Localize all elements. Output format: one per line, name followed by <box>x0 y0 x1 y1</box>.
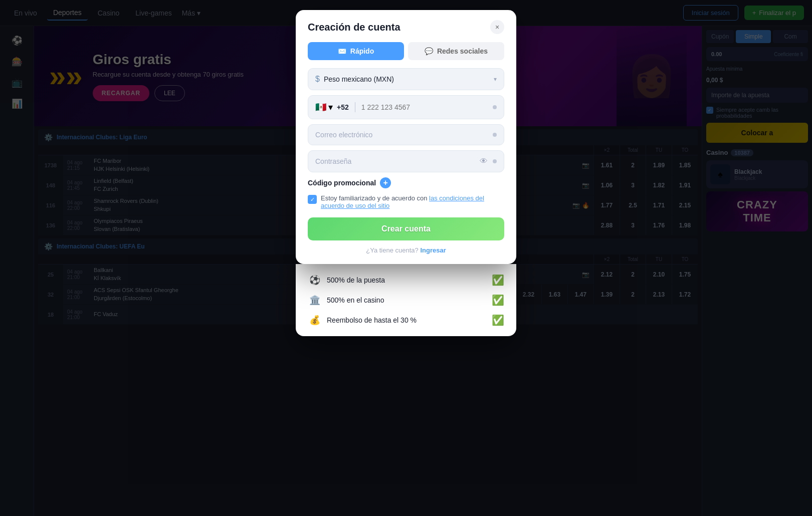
bonus-text-2: 500% en el casino <box>327 296 487 304</box>
modal-tabs: ✉️ Rápido 💬 Redes sociales <box>308 42 504 60</box>
terms-row: ✓ Estoy familiarizado y de acuerdo con l… <box>308 194 504 209</box>
currency-select[interactable]: $ Peso mexicano (MXN) ▾ <box>308 68 504 90</box>
create-account-button[interactable]: Crear cuenta <box>308 217 504 240</box>
password-input[interactable] <box>315 157 475 165</box>
casino-bonus-icon: 🏛️ <box>308 295 322 306</box>
chevron-down-icon: ▾ <box>494 76 497 83</box>
account-creation-modal: Creación de cuenta × ✉️ Rápido 💬 Redes s… <box>296 10 516 264</box>
social-icon: 💬 <box>425 47 433 55</box>
phone-input[interactable] <box>361 103 489 111</box>
promo-add-button[interactable]: + <box>380 177 391 188</box>
tab-rapido[interactable]: ✉️ Rápido <box>308 42 404 60</box>
bonus-item-3: 💰 Reembolso de hasta el 30 % ✅ <box>308 310 504 330</box>
modal-header: Creación de cuenta × <box>296 10 516 42</box>
phone-dot <box>493 105 497 109</box>
modal-close-button[interactable]: × <box>490 20 504 34</box>
football-icon: ⚽ <box>308 275 322 286</box>
phone-code: +52 <box>337 103 349 111</box>
bonus-panel: ⚽ 500% de la puesta ✅ 🏛️ 500% en el casi… <box>296 264 516 336</box>
check-icon-2: ✅ <box>492 294 504 306</box>
bonus-text-1: 500% de la puesta <box>327 276 487 284</box>
email-dot <box>493 133 497 137</box>
bonus-item-1: ⚽ 500% de la puesta ✅ <box>308 270 504 290</box>
dollar-icon: $ <box>315 75 320 84</box>
tab-redes[interactable]: 💬 Redes sociales <box>408 42 504 60</box>
promo-row: Código promocional + <box>308 177 504 188</box>
login-row: ¿Ya tiene cuenta? Ingresar <box>308 246 504 254</box>
email-icon: ✉️ <box>338 47 346 55</box>
password-field-container[interactable]: 👁 <box>308 150 504 172</box>
check-icon-3: ✅ <box>492 314 504 326</box>
chevron-down-icon: ▾ <box>328 102 333 113</box>
modal-overlay[interactable]: Creación de cuenta × ✉️ Rápido 💬 Redes s… <box>0 0 812 516</box>
bonus-item-2: 🏛️ 500% en el casino ✅ <box>308 290 504 310</box>
cashback-icon: 💰 <box>308 315 322 326</box>
terms-checkbox[interactable]: ✓ <box>308 195 317 204</box>
phone-flag[interactable]: 🇲🇽 ▾ <box>315 102 333 113</box>
login-link[interactable]: Ingresar <box>420 246 446 254</box>
check-icon-1: ✅ <box>492 274 504 286</box>
modal-body: ✉️ Rápido 💬 Redes sociales $ Peso mexica… <box>296 42 516 264</box>
eye-icon[interactable]: 👁 <box>480 157 488 166</box>
modal-title: Creación de cuenta <box>308 22 400 33</box>
currency-text: Peso mexicano (MXN) <box>324 75 490 83</box>
phone-field[interactable]: 🇲🇽 ▾ +52 <box>308 95 504 119</box>
phone-separator <box>355 102 355 112</box>
bonus-text-3: Reembolso de hasta el 30 % <box>327 316 487 324</box>
email-input[interactable] <box>315 131 488 139</box>
password-dot <box>493 159 497 163</box>
email-field-container[interactable] <box>308 124 504 145</box>
